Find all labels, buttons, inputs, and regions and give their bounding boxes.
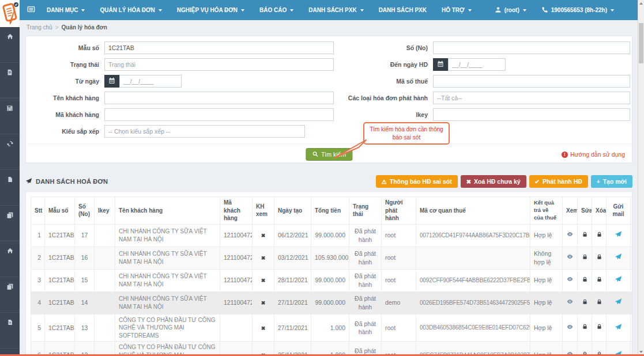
send-mail-button[interactable] [615, 323, 622, 332]
cell-mau-so: 1C21TAB [45, 269, 75, 291]
view-button[interactable] [566, 253, 574, 262]
cell-so: 16 [75, 247, 95, 269]
trang-thai-input[interactable] [104, 58, 334, 71]
scrollbar-thumb[interactable] [639, 23, 643, 63]
sidebar [0, 27, 20, 356]
loai-hoa-don-phat-hanh-input[interactable] [433, 92, 630, 104]
vertical-scrollbar[interactable] [638, 0, 644, 356]
ma-khach-hang-input[interactable] [104, 108, 334, 121]
phone-icon [541, 6, 548, 14]
nav-item-danh-sach-pxk[interactable]: DANH SÁCH PXK [371, 0, 434, 20]
cell-tong-tien: 99.000.000 [311, 269, 349, 291]
xoa-hd-chua-ky-button[interactable]: ✖Xoá HĐ chưa ký [461, 175, 526, 188]
column-header-select-all [631, 197, 633, 225]
nav-item-label: DANH MỤC [47, 7, 78, 13]
sidebar-item-0[interactable] [0, 27, 20, 63]
view-button[interactable] [566, 230, 574, 240]
breadcrumb-home-link[interactable]: Trang chủ [27, 24, 52, 31]
sidebar-item-4[interactable] [0, 170, 20, 206]
send-mail-button[interactable] [615, 230, 622, 240]
tao-moi-button[interactable]: +Tạo mới [591, 175, 632, 188]
app-logo[interactable] [0, 0, 20, 27]
cell-so: 13 [75, 314, 95, 342]
tu-ngay-input[interactable] [119, 75, 182, 88]
ikey-input[interactable] [433, 108, 630, 121]
cell-ma-khach-hang: 121100472 [220, 291, 253, 314]
cell-stt: 3 [31, 269, 45, 291]
nav-item-quan-ly-hoa-don[interactable]: QUẢN LÝ HÓA ĐƠN [92, 0, 169, 20]
cell-xem [563, 269, 578, 291]
nav-item-bao-cao[interactable]: BÁO CÁO [252, 0, 301, 20]
cell-trang-thai: Đã phát hành [349, 247, 382, 269]
delete-locked-button[interactable] [596, 253, 602, 262]
sidebar-item-5[interactable] [0, 206, 20, 241]
eye-icon [566, 230, 574, 240]
hotline-menu[interactable]: 1900565653 (8h-22h) [534, 0, 622, 20]
send-mail-button[interactable] [615, 298, 622, 307]
view-button[interactable] [566, 298, 574, 307]
nav-item-label: NGHIỆP VỤ HÓA ĐƠN [177, 7, 238, 13]
sidebar-item-2[interactable] [0, 99, 20, 134]
scroll-down-arrow[interactable] [639, 351, 643, 353]
edit-locked-button[interactable] [582, 231, 588, 240]
column-header-gui-mail: Gửi mail [607, 197, 631, 225]
thong-bao-hd-sai-sot-button[interactable]: ⚠Thông báo HĐ sai sót [376, 175, 458, 188]
scroll-up-arrow[interactable] [639, 2, 643, 5]
edit-locked-button[interactable] [582, 276, 588, 285]
x-mark-icon: ✖ [261, 278, 266, 283]
sidebar-item-7[interactable] [0, 277, 20, 313]
send-mail-button[interactable] [615, 253, 622, 262]
ten-khach-hang-input[interactable] [104, 92, 334, 104]
cell-ma-khach-hang: 121100472 [220, 224, 253, 247]
paper-plane-icon [25, 177, 32, 185]
annotation-text: Tìm kiếm hóa đơn cần thông báo sai sót [370, 126, 443, 141]
phat-hanh-hd-button[interactable]: ✔Phát hành HĐ [529, 175, 588, 188]
invoice-table-panel: SttMẫu sốSố (No)IkeyTên khách hàngMã khá… [25, 191, 632, 356]
sidebar-item-8[interactable] [0, 313, 20, 349]
nav-item-danh-sach-pxk[interactable]: DANH SÁCH PXK [301, 0, 371, 20]
edit-locked-button[interactable] [582, 323, 588, 332]
chevron-down-icon [159, 9, 162, 12]
delete-locked-button[interactable] [596, 231, 602, 240]
x-icon: ✖ [466, 179, 471, 185]
cell-select [631, 291, 633, 314]
delete-locked-button[interactable] [596, 298, 602, 307]
sidebar-item-6[interactable] [0, 241, 20, 277]
calendar-icon-button[interactable] [433, 58, 448, 71]
edit-locked-button[interactable] [582, 253, 588, 262]
calendar-icon-button[interactable] [104, 75, 119, 88]
delete-locked-button[interactable] [596, 276, 602, 285]
nav-item-ho-tro[interactable]: HỖ TRỢ [434, 0, 479, 20]
filter-panel: Mẫu sốTrạng tháiTừ ngàyTên khách hàngMã … [25, 36, 632, 163]
cell-xoa [592, 314, 607, 342]
nav-item-danh-muc[interactable]: DANH MỤC [39, 0, 92, 20]
cell-kh-xem: ✖ [253, 224, 274, 247]
info-icon: ! [562, 152, 568, 158]
nav-item-label: BÁO CÁO [259, 7, 287, 13]
mau-so-input[interactable] [104, 41, 334, 54]
kieu-sap-xep-input[interactable] [104, 125, 305, 138]
view-button[interactable] [566, 323, 574, 332]
view-button[interactable] [566, 275, 574, 285]
help-link[interactable]: ! Hướng dẫn sử dụng [562, 151, 625, 158]
den-ngay-hd-input[interactable] [448, 58, 506, 71]
delete-locked-button[interactable] [596, 323, 602, 332]
sidebar-toggle-button[interactable] [23, 0, 39, 20]
lock-icon [582, 276, 588, 285]
cell-nguoi-phat-hanh: root [382, 224, 416, 247]
ma-so-thue-label: Mã số thuế [334, 78, 433, 85]
send-mail-button[interactable] [615, 275, 622, 285]
cell-ngay-tao: 28/11/2021 [274, 269, 311, 291]
cell-mau-so: 1C21TAB [45, 247, 75, 269]
ma-so-thue-input[interactable] [433, 75, 630, 88]
table-row: 11C21TAB17CHI NHÁNH CÔNG TY SỮA VIỆT NAM… [31, 224, 633, 247]
cell-ket-qua: Hợp lệ [530, 314, 563, 342]
cell-xoa [592, 291, 607, 314]
user-menu[interactable]: (root) [487, 0, 534, 20]
so-no-input[interactable] [433, 41, 630, 54]
edit-locked-button[interactable] [582, 298, 588, 307]
chevron-down-icon [611, 9, 614, 12]
sidebar-item-3[interactable] [0, 134, 20, 170]
nav-item-nghiep-vu-hoa-don[interactable]: NGHIỆP VỤ HÓA ĐƠN [170, 0, 252, 20]
sidebar-item-1[interactable] [0, 63, 20, 99]
